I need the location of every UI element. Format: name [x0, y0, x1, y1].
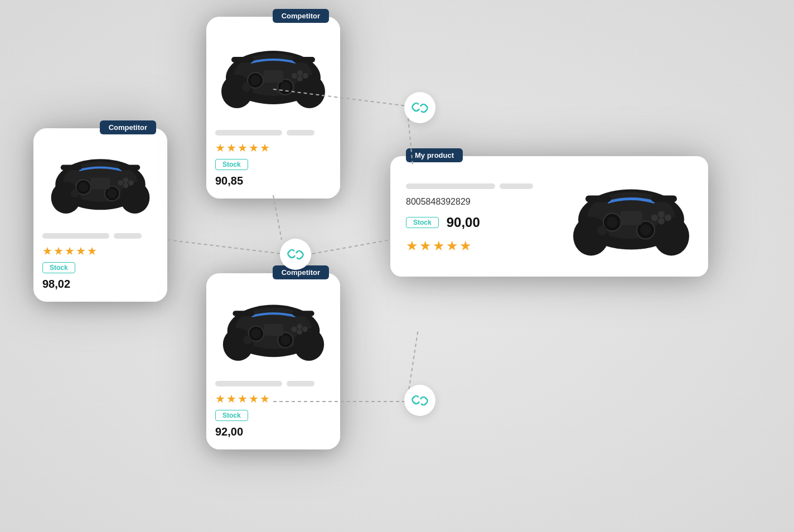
- placeholder-line-6: [287, 381, 314, 386]
- svg-point-32: [292, 73, 297, 79]
- my-product-badge: My product: [406, 148, 463, 162]
- svg-point-16: [118, 180, 123, 186]
- competitor-left-card: Competitor: [33, 128, 167, 302]
- competitor-top-badge: Competitor: [273, 9, 329, 23]
- svg-rect-20: [91, 177, 110, 189]
- my-product-card: My product 8005848392829 Stock 90,00: [390, 156, 708, 277]
- placeholder-line-3: [215, 130, 282, 136]
- controller-icon-my-product: [570, 173, 693, 260]
- svg-point-51: [297, 329, 302, 335]
- my-product-title-placeholder: [406, 183, 495, 189]
- controller-icon-top: [217, 38, 329, 111]
- svg-point-12: [79, 182, 88, 192]
- svg-point-65: [658, 211, 665, 217]
- svg-point-64: [651, 214, 658, 221]
- svg-rect-69: [585, 195, 611, 202]
- svg-point-35: [297, 76, 303, 81]
- svg-point-30: [280, 82, 291, 92]
- svg-rect-38: [293, 57, 315, 62]
- svg-rect-22: [119, 165, 140, 171]
- svg-point-62: [640, 224, 651, 235]
- link-icon-bottom: [404, 385, 435, 416]
- link-chain-icon-top: [411, 99, 428, 116]
- competitor-top-card: Competitor: [206, 17, 340, 199]
- competitor-top-stars: ★★★★★: [215, 141, 331, 154]
- competitor-top-stock: Stock: [215, 159, 248, 170]
- competitor-left-price: 98,02: [42, 278, 158, 291]
- svg-point-67: [658, 217, 665, 224]
- main-scene: Competitor: [0, 0, 794, 532]
- svg-point-14: [107, 188, 117, 198]
- my-product-barcode: 8005848392829: [406, 197, 559, 207]
- svg-rect-52: [263, 324, 283, 336]
- svg-rect-70: [651, 195, 677, 202]
- competitor-top-price: 90,85: [215, 175, 331, 187]
- link-chain-icon-bottom: [411, 392, 428, 409]
- svg-rect-54: [292, 311, 314, 316]
- competitor-bottom-stock: Stock: [215, 410, 248, 421]
- svg-point-33: [297, 70, 303, 76]
- my-product-stars: ★★★★★: [406, 238, 559, 254]
- link-icon-middle: [280, 239, 311, 270]
- placeholder-line-5: [215, 381, 282, 386]
- svg-point-19: [123, 183, 129, 188]
- svg-line-1: [273, 195, 282, 240]
- svg-rect-21: [61, 165, 82, 171]
- placeholder-line-2: [114, 233, 142, 239]
- my-product-price: 90,00: [447, 215, 480, 230]
- svg-point-28: [250, 75, 260, 85]
- svg-point-66: [665, 214, 671, 221]
- svg-point-31: [242, 83, 251, 91]
- competitor-left-stock: Stock: [42, 262, 75, 273]
- svg-line-2: [312, 240, 390, 254]
- svg-point-46: [280, 335, 291, 345]
- controller-icon-left: [47, 148, 153, 215]
- svg-rect-53: [233, 311, 254, 316]
- svg-rect-37: [231, 57, 254, 62]
- competitor-left-stars: ★★★★★: [42, 244, 158, 258]
- svg-point-17: [123, 177, 129, 183]
- svg-point-50: [302, 327, 308, 332]
- svg-point-48: [291, 327, 297, 332]
- placeholder-line-4: [287, 130, 314, 136]
- svg-point-49: [297, 324, 302, 330]
- svg-point-44: [251, 328, 261, 338]
- competitor-left-badge: Competitor: [100, 120, 156, 134]
- my-product-stock: Stock: [406, 217, 439, 228]
- svg-point-60: [607, 216, 618, 228]
- my-product-controller-container: [570, 172, 693, 261]
- link-chain-icon-middle: [287, 246, 304, 263]
- link-icon-top: [404, 92, 435, 123]
- competitor-bottom-card: Competitor: [206, 273, 340, 449]
- svg-point-63: [597, 225, 607, 235]
- svg-point-34: [303, 73, 308, 79]
- competitor-bottom-price: 92,00: [215, 425, 331, 438]
- svg-rect-36: [263, 70, 283, 83]
- svg-point-15: [71, 189, 79, 197]
- my-product-subtitle-placeholder: [500, 183, 533, 189]
- svg-point-18: [128, 180, 134, 186]
- svg-rect-68: [620, 211, 642, 225]
- svg-line-0: [167, 240, 282, 254]
- competitor-bottom-stars: ★★★★★: [215, 392, 331, 405]
- svg-point-47: [243, 336, 251, 345]
- placeholder-line-1: [42, 233, 109, 239]
- controller-icon-bottom: [219, 293, 328, 363]
